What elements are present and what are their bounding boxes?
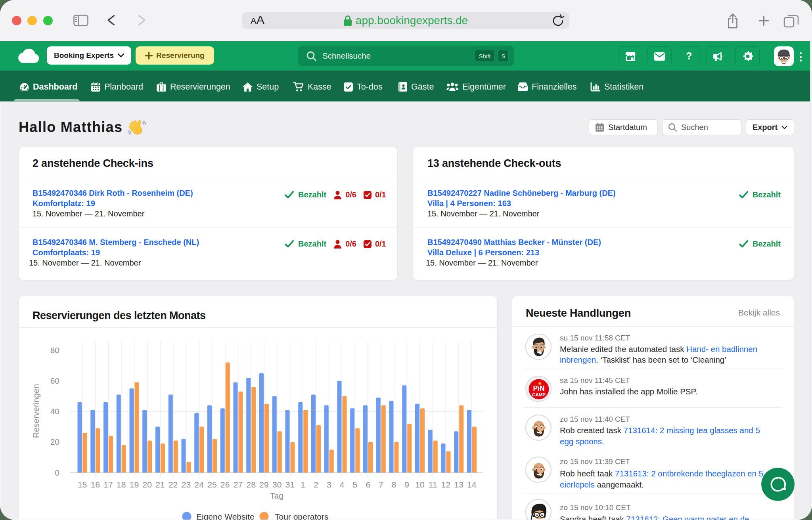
svg-text:25: 25 (207, 480, 216, 489)
svg-text:9: 9 (404, 480, 409, 489)
svg-text:8: 8 (392, 480, 396, 489)
svg-text:0: 0 (55, 468, 59, 477)
svg-text:29: 29 (259, 480, 268, 489)
svg-text:20: 20 (143, 480, 152, 489)
svg-text:60: 60 (50, 376, 59, 385)
svg-text:80: 80 (50, 346, 59, 355)
svg-text:27: 27 (234, 480, 243, 489)
svg-text:5: 5 (352, 480, 357, 489)
svg-text:2: 2 (314, 480, 318, 489)
svg-text:PiN: PiN (533, 384, 544, 392)
svg-text:26: 26 (220, 480, 230, 489)
svg-text:12: 12 (441, 480, 450, 489)
svg-text:Reserveringen: Reserveringen (31, 384, 40, 438)
svg-text:Tag: Tag (270, 491, 283, 500)
svg-text:7: 7 (379, 480, 383, 489)
svg-text:Tour operators: Tour operators (275, 512, 328, 520)
svg-text:3: 3 (327, 480, 331, 489)
svg-text:Eigene Website: Eigene Website (196, 512, 255, 520)
svg-text:40: 40 (50, 407, 59, 416)
svg-text:23: 23 (182, 480, 191, 489)
svg-text:24: 24 (195, 480, 204, 489)
svg-text:16: 16 (91, 480, 100, 489)
svg-text:19: 19 (130, 480, 139, 489)
svg-text:1: 1 (301, 480, 305, 489)
svg-text:22: 22 (169, 480, 178, 489)
svg-text:13: 13 (454, 480, 463, 489)
svg-text:4: 4 (340, 480, 345, 489)
svg-text:6: 6 (366, 480, 370, 489)
svg-text:CAMP: CAMP (532, 392, 546, 397)
svg-text:20: 20 (50, 437, 59, 446)
svg-text:?: ? (686, 51, 692, 61)
svg-text:18: 18 (117, 480, 126, 489)
svg-text:10: 10 (415, 480, 424, 489)
svg-text:30: 30 (272, 480, 282, 489)
svg-text:28: 28 (247, 480, 256, 489)
svg-text:14: 14 (467, 480, 477, 489)
svg-text:11: 11 (429, 480, 437, 489)
svg-text:21: 21 (155, 480, 165, 489)
svg-text:15: 15 (78, 480, 87, 489)
svg-text:31: 31 (285, 480, 295, 489)
svg-text:17: 17 (103, 480, 113, 489)
